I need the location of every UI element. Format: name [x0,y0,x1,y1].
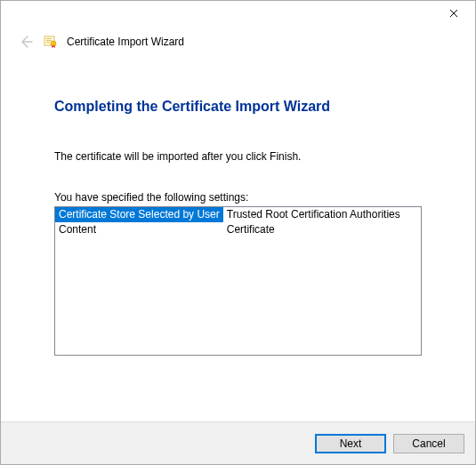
setting-value: Certificate [223,222,404,237]
setting-key: Content [55,222,223,237]
table-row[interactable]: Content Certificate [55,222,404,237]
wizard-title: Certificate Import Wizard [67,36,184,48]
next-button[interactable]: Next [315,434,386,453]
back-arrow-icon [18,34,34,50]
close-button[interactable] [436,3,472,24]
setting-value: Trusted Root Certification Authorities [223,207,404,222]
certificate-icon [44,35,58,49]
close-icon [449,9,458,18]
table-row[interactable]: Certificate Store Selected by User Trust… [55,207,404,222]
titlebar [1,1,475,28]
settings-list[interactable]: Certificate Store Selected by User Trust… [54,206,422,356]
cancel-button[interactable]: Cancel [393,434,464,453]
settings-label: You have specified the following setting… [54,191,422,204]
page-heading: Completing the Certificate Import Wizard [54,99,422,115]
wizard-content: Completing the Certificate Import Wizard… [1,60,475,356]
setting-key: Certificate Store Selected by User [55,207,223,222]
back-button [17,33,35,51]
wizard-header: Certificate Import Wizard [1,28,475,60]
page-description: The certificate will be imported after y… [54,150,422,163]
wizard-footer: Next Cancel [1,421,475,464]
